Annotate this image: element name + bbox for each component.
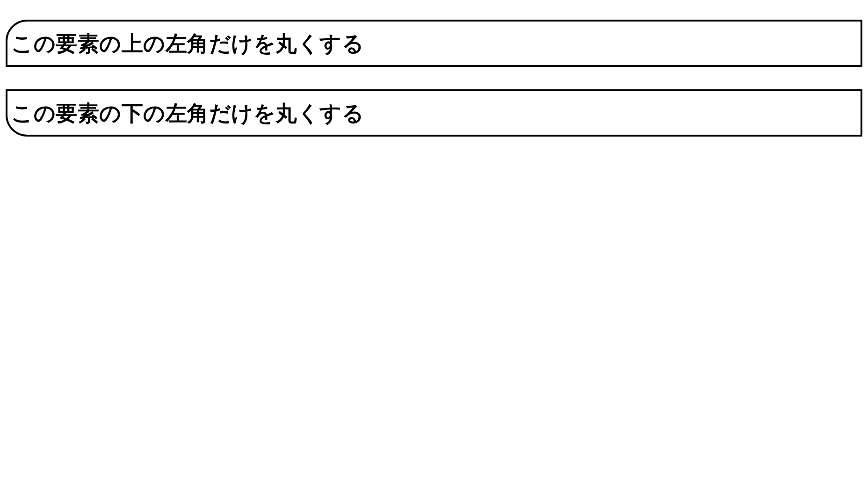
border-radius-demo-bottom-left: この要素の下の左角だけを丸くする	[6, 89, 862, 137]
demo-text-top-left: この要素の上の左角だけを丸くする	[11, 31, 364, 56]
demo-text-bottom-left: この要素の下の左角だけを丸くする	[11, 101, 364, 125]
border-radius-demo-top-left: この要素の上の左角だけを丸くする	[6, 20, 862, 67]
